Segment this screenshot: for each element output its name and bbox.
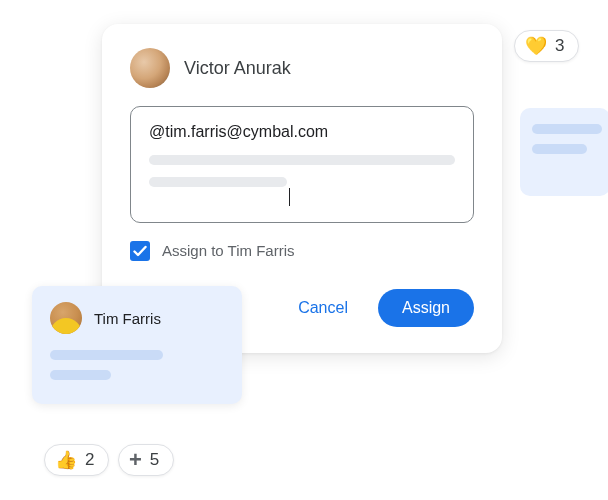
assign-checkbox[interactable]: [130, 241, 150, 261]
assign-checkbox-row[interactable]: Assign to Tim Farris: [130, 241, 474, 261]
comment-author-row: Victor Anurak: [130, 48, 474, 88]
placeholder-line: [149, 177, 287, 187]
reaction-chip-thumb[interactable]: 👍 2: [44, 444, 109, 476]
placeholder-line: [149, 155, 455, 165]
assign-label: Assign to Tim Farris: [162, 242, 295, 259]
mention-avatar: [50, 302, 82, 334]
text-caret: [289, 188, 290, 206]
mention-text: @tim.farris@cymbal.com: [149, 123, 455, 141]
reaction-count: 3: [555, 36, 564, 56]
background-card-right: [520, 108, 608, 196]
author-avatar: [130, 48, 170, 88]
reaction-chip-heart[interactable]: 💛 3: [514, 30, 579, 62]
check-icon: [132, 243, 148, 259]
reaction-count: 5: [150, 450, 159, 470]
placeholder-line: [50, 350, 163, 360]
thumbs-up-icon: 👍: [55, 451, 77, 469]
mention-preview-card[interactable]: Tim Farris: [32, 286, 242, 404]
reaction-count: 2: [85, 450, 94, 470]
mention-name: Tim Farris: [94, 310, 161, 327]
comment-compose-box[interactable]: @tim.farris@cymbal.com: [130, 106, 474, 223]
mention-card-header: Tim Farris: [50, 302, 224, 334]
reaction-chip-plus[interactable]: + 5: [118, 444, 174, 476]
placeholder-line: [532, 124, 602, 134]
cancel-button[interactable]: Cancel: [274, 289, 372, 327]
assign-button[interactable]: Assign: [378, 289, 474, 327]
heart-icon: 💛: [525, 37, 547, 55]
author-name: Victor Anurak: [184, 58, 291, 79]
plus-icon: +: [129, 451, 142, 469]
placeholder-line: [532, 144, 587, 154]
placeholder-line: [50, 370, 111, 380]
